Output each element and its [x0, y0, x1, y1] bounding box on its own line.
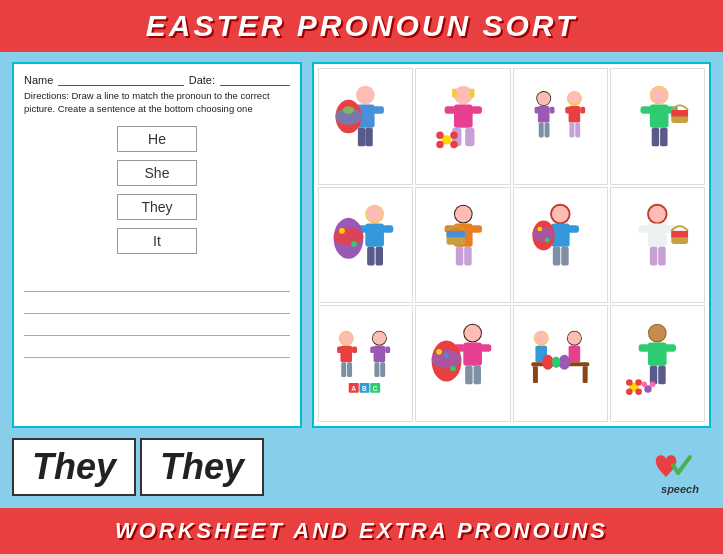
pronoun-they: They [117, 194, 197, 220]
svg-point-37 [651, 87, 668, 104]
svg-rect-24 [538, 106, 550, 123]
grid-cell-8 [610, 187, 705, 304]
svg-text:B: B [362, 385, 367, 392]
svg-point-9 [454, 86, 473, 105]
logo-svg: speech [648, 445, 713, 500]
svg-rect-31 [568, 106, 580, 123]
svg-rect-32 [565, 107, 570, 114]
svg-point-21 [450, 141, 457, 148]
they-card-1: They [12, 438, 136, 496]
svg-point-138 [635, 379, 642, 386]
bottom-banner: WORKSHEET AND EXTRA PRONOUNS [0, 508, 723, 554]
grid-cell-6 [415, 187, 510, 304]
pronoun-it: It [117, 228, 197, 254]
svg-rect-28 [544, 123, 549, 138]
svg-rect-107 [463, 342, 482, 365]
svg-rect-3 [373, 107, 384, 114]
svg-rect-78 [648, 224, 667, 247]
svg-rect-50 [367, 247, 374, 266]
svg-rect-13 [444, 107, 455, 114]
svg-rect-49 [382, 225, 393, 232]
grid-cell-12 [610, 305, 705, 422]
line-3 [24, 318, 290, 336]
svg-rect-26 [549, 107, 554, 114]
svg-point-73 [532, 227, 554, 242]
svg-point-127 [558, 355, 570, 370]
svg-rect-25 [534, 107, 539, 114]
figure-kids-letters: A B C [328, 318, 403, 410]
figure-boy-flowers2 [620, 318, 695, 410]
svg-text:C: C [373, 385, 378, 392]
svg-rect-133 [665, 344, 676, 351]
svg-rect-4 [358, 128, 365, 147]
svg-point-8 [343, 107, 354, 114]
svg-rect-122 [568, 345, 580, 362]
worksheet-lines [24, 274, 290, 358]
pronoun-she: She [117, 160, 197, 186]
svg-rect-79 [639, 225, 650, 232]
svg-point-106 [464, 324, 481, 341]
grid-cell-2 [415, 68, 510, 185]
figure-girl-egg2 [523, 199, 598, 291]
svg-rect-27 [539, 123, 544, 138]
svg-rect-11 [469, 89, 474, 98]
svg-rect-109 [480, 344, 491, 351]
svg-point-18 [436, 132, 443, 139]
line-4 [24, 340, 290, 358]
svg-point-121 [568, 331, 581, 344]
svg-rect-14 [470, 107, 481, 114]
svg-point-140 [635, 388, 642, 395]
svg-rect-89 [352, 346, 357, 353]
name-row: Name Date: [24, 72, 290, 86]
svg-point-66 [552, 206, 569, 223]
svg-point-57 [454, 206, 471, 223]
svg-point-114 [436, 349, 442, 355]
svg-point-19 [450, 132, 457, 139]
svg-rect-132 [639, 344, 650, 351]
grid-cell-5 [318, 187, 413, 304]
grid-cell-4 [610, 68, 705, 185]
svg-rect-94 [374, 345, 386, 362]
date-underline [220, 72, 290, 86]
content-row: Name Date: Directions: Draw a line to ma… [12, 62, 711, 428]
svg-rect-62 [464, 247, 471, 266]
svg-rect-90 [342, 362, 347, 377]
svg-point-74 [537, 227, 542, 232]
svg-rect-34 [569, 123, 574, 138]
figure-girl-flowers [426, 80, 501, 172]
figure-boy-egg [328, 80, 403, 172]
figure-two-girls [523, 80, 598, 172]
svg-point-55 [352, 241, 358, 247]
svg-rect-38 [650, 105, 669, 128]
svg-rect-88 [337, 346, 342, 353]
svg-rect-70 [553, 247, 560, 266]
svg-rect-10 [452, 89, 457, 98]
svg-rect-110 [465, 366, 472, 385]
svg-rect-69 [568, 225, 579, 232]
figure-boy-big-egg [328, 199, 403, 291]
svg-point-118 [534, 331, 547, 344]
svg-rect-16 [465, 128, 474, 147]
svg-rect-98 [381, 362, 386, 377]
line-1 [24, 274, 290, 292]
svg-point-137 [626, 379, 633, 386]
svg-rect-42 [660, 128, 667, 147]
line-2 [24, 296, 290, 314]
top-banner: EASTER PRONOUN SORT [0, 0, 723, 52]
svg-point-23 [537, 92, 550, 105]
svg-rect-95 [371, 346, 376, 353]
svg-point-116 [444, 353, 449, 358]
svg-rect-97 [375, 362, 380, 377]
speech-logo: speech [645, 442, 715, 502]
svg-rect-47 [366, 224, 385, 247]
figure-girl-big-egg [426, 318, 501, 410]
svg-rect-111 [473, 366, 480, 385]
svg-point-54 [340, 228, 346, 234]
svg-rect-41 [652, 128, 659, 147]
svg-point-139 [626, 388, 633, 395]
they-card-2: They [140, 438, 264, 496]
figure-girl-basket2 [426, 199, 501, 291]
svg-rect-124 [533, 366, 538, 383]
svg-rect-33 [580, 107, 585, 114]
svg-rect-131 [648, 342, 667, 365]
